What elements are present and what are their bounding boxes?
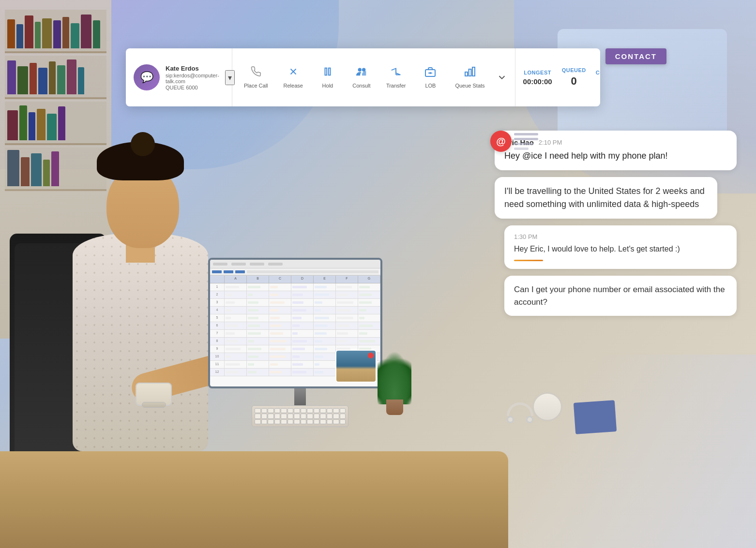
deco-bottom-right <box>466 355 756 548</box>
lob-button[interactable]: LOB <box>413 48 447 106</box>
video-thumbnail <box>335 350 377 383</box>
chat-text-4: Can I get your phone number or email ass… <box>514 283 727 308</box>
chat-time-1: 2:10 PM <box>539 139 562 146</box>
longest-label: LONGEST <box>524 70 551 75</box>
chat-text-1: Hey @ice I need help with my phone plan! <box>504 149 727 163</box>
plant-pot <box>386 400 403 415</box>
agent-response-line <box>514 260 543 261</box>
queued-stat: QUEUED 0 <box>562 67 586 88</box>
transfer-button[interactable]: Transfer <box>378 48 414 106</box>
agent-queue: QUEUE 6000 <box>166 85 219 90</box>
agent-avatar-icon: 💬 <box>140 71 153 84</box>
x-icon <box>288 66 299 80</box>
queued-value: 0 <box>571 75 577 88</box>
screen-toolbar <box>210 268 380 275</box>
stats-section: LONGEST 00:00:00 QUEUED 0 CONTACT TIME 0… <box>515 48 600 106</box>
bar-chart-icon <box>464 66 476 80</box>
queued-label: QUEUED <box>562 67 586 73</box>
person <box>44 161 227 451</box>
screen-content: A B C D E F G 123456789101112 <box>210 260 380 386</box>
agent-avatar: 💬 <box>134 64 160 90</box>
at-icon: @ <box>490 131 512 152</box>
plant-leaves <box>378 351 411 404</box>
briefcase-icon <box>424 66 436 80</box>
monitor: A B C D E F G 123456789101112 <box>208 258 392 413</box>
consult-button[interactable]: Consult <box>345 48 378 106</box>
agent-sip: sip:kerdos@computer-talk.com <box>166 73 219 84</box>
toolbar-actions: Place Call Release Hold <box>232 48 515 106</box>
place-call-label: Place Call <box>244 83 268 89</box>
toolbar: 💬 Kate Erdos sip:kerdos@computer-talk.co… <box>126 48 600 106</box>
queue-stats-button[interactable]: Queue Stats <box>447 48 492 106</box>
queue-stats-label: Queue Stats <box>455 83 484 89</box>
decoration-lines <box>514 133 538 150</box>
release-button[interactable]: Release <box>276 48 311 106</box>
consult-label: Consult <box>352 83 370 89</box>
chat-header-3: 1:30 PM <box>514 233 727 240</box>
plant <box>378 351 411 415</box>
svg-rect-13 <box>472 67 475 76</box>
svg-point-4 <box>358 68 361 72</box>
hold-button[interactable]: Hold <box>311 48 345 106</box>
agent-info-section: 💬 Kate Erdos sip:kerdos@computer-talk.co… <box>126 48 232 106</box>
hold-label: Hold <box>322 83 333 89</box>
pause-icon <box>322 66 333 80</box>
contact-time-label: CONTACT TIME <box>596 70 600 75</box>
chat-message-4: Can I get your phone number or email ass… <box>504 276 737 316</box>
contact-badge[interactable]: CONTACT <box>605 48 666 64</box>
smart-device <box>532 392 562 421</box>
headphones <box>507 402 533 423</box>
chat-time-3: 1:30 PM <box>514 233 537 240</box>
screen-menubar <box>210 260 380 268</box>
desk-phone <box>136 383 172 408</box>
monitor-stand <box>294 388 306 405</box>
longest-value: 00:00:00 <box>523 77 552 86</box>
svg-rect-12 <box>469 69 471 76</box>
svg-rect-11 <box>465 72 468 76</box>
transfer-icon <box>390 66 402 80</box>
svg-rect-2 <box>325 68 327 75</box>
lob-label: LOB <box>425 83 436 89</box>
phone-icon <box>251 66 261 80</box>
chat-text-2: I'll be travelling to the United States … <box>504 185 708 211</box>
longest-stat: LONGEST 00:00:00 <box>523 70 552 86</box>
release-label: Release <box>284 83 303 89</box>
keyboard <box>252 405 348 427</box>
agent-details: Kate Erdos sip:kerdos@computer-talk.com … <box>166 65 219 90</box>
svg-point-5 <box>362 68 365 72</box>
contact-time-stat: CONTACT TIME 00:03:03 <box>596 70 600 86</box>
toolbar-more-button[interactable] <box>493 72 511 83</box>
monitor-screen: A B C D E F G 123456789101112 <box>208 258 382 388</box>
chat-text-3: Hey Eric, I would love to help. Let's ge… <box>514 243 727 255</box>
notepad <box>574 400 617 434</box>
agent-name: Kate Erdos <box>166 65 219 72</box>
transfer-label: Transfer <box>386 83 406 89</box>
person-hair-bun <box>131 132 155 156</box>
chat-overlay: Eric Hao 2:10 PM Hey @ice I need help wi… <box>495 131 737 316</box>
person-shirt-pattern <box>73 234 208 451</box>
place-call-button[interactable]: Place Call <box>236 48 276 106</box>
desk-surface <box>0 451 508 548</box>
people-icon <box>355 66 368 80</box>
chat-message-2: I'll be travelling to the United States … <box>495 177 717 219</box>
svg-rect-3 <box>329 68 331 75</box>
chat-message-3: 1:30 PM Hey Eric, I would love to help. … <box>504 225 737 269</box>
